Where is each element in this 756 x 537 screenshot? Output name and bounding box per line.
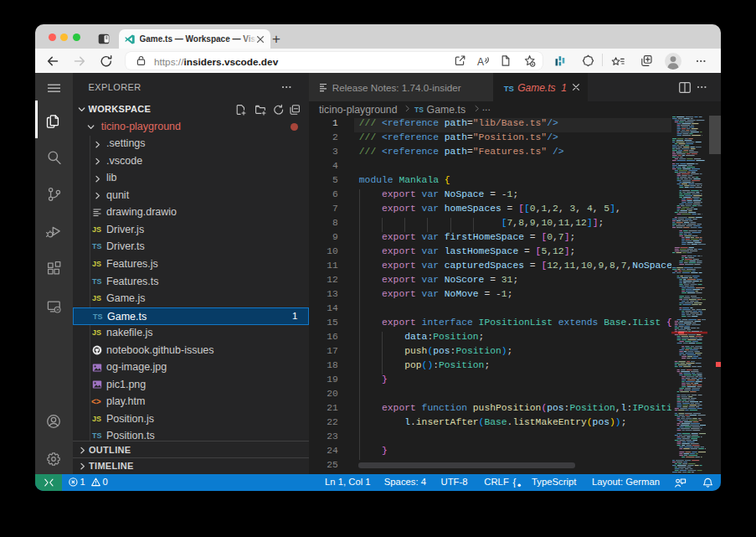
svg-text:A: A	[477, 56, 484, 67]
svg-text:{: {	[513, 477, 517, 488]
